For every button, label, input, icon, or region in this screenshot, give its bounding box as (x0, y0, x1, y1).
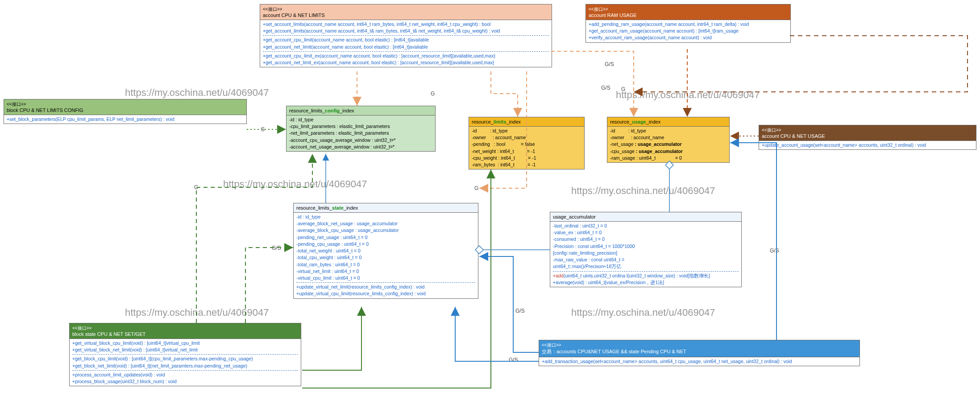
title-mid: state (332, 205, 344, 211)
title: account RAM USAGE (589, 12, 788, 18)
watermark: https://my.oschina.net/u/4069047 (571, 307, 715, 318)
method: +get_virtual_block_net_limit(void) : [ui… (72, 347, 298, 353)
attr: -id : id_type (296, 214, 475, 220)
title-post: _index (646, 119, 660, 124)
attr: -pending_cpu_usage : uint64_t = 0 (296, 241, 475, 248)
watermark: https://my.oschina.net/u/4069047 (125, 87, 269, 99)
title: usage_accumulator (553, 214, 596, 219)
title-post: _index (507, 119, 521, 124)
stereotype: <<接口>> (263, 6, 549, 12)
attr: -account_cpu_usage_average_window : uint… (289, 137, 432, 144)
attr: -consumed : uint64_t = 0 (553, 236, 739, 243)
method: +get_account_limits(account_name account… (263, 28, 549, 34)
title-mid: usage (632, 119, 646, 124)
attr: -owner : account_name (610, 134, 727, 141)
watermark: https://my.oschina.net/u/4069047 (125, 307, 269, 318)
attr: -cpu_weight : int64_t = -1 (472, 155, 581, 161)
class-block-config: <<接口>> block CPU & NET LIMITS CONFIG +se… (4, 99, 247, 124)
attr: -net_limit_parameters : elastic_limit_pa… (289, 130, 432, 136)
title: account CPU & NET USAGE (762, 133, 973, 139)
attr: -average_block_net_usage : usage_accumul… (296, 220, 475, 227)
label-gs: G/S (272, 245, 281, 251)
method: +get_account_net_limit_ex(account_name a… (263, 59, 549, 66)
label-gs: G/S (515, 308, 525, 314)
method: +update_account_usage(set<account_name> … (762, 142, 973, 149)
method: +update_virtual_cpu_limit(resource_limit… (296, 290, 475, 297)
watermark: https://my.oschina.net/u/4069047 (223, 178, 367, 190)
title: block CPU & NET LIMITS CONFIG (7, 107, 244, 113)
attr: -Precision : const uint64_t = 1000*1000 (553, 243, 739, 250)
method: +get_account_ram_usage(account_name acco… (589, 28, 788, 34)
class-config-index: resource_limits_config_index -id : id_ty… (286, 106, 436, 152)
attr: -virtual_cpu_limit : uint64_t = 0 (296, 275, 475, 281)
attr: -id : id_type (289, 116, 432, 123)
label-g: G (621, 86, 625, 92)
class-state-index: resource_limits_state_index -id : id_typ… (293, 203, 478, 299)
attr: -ram_usage : uint64_t = 0 (610, 155, 727, 161)
class-usage-index: resource_usage_index -id : id_type -owne… (607, 117, 730, 163)
title-pre: resource_ (610, 119, 632, 124)
title-mid: config (325, 108, 340, 113)
attr: -id : id_type (472, 128, 581, 134)
stereotype: <<接口>> (7, 101, 244, 107)
class-limits-index: resource_limits_index -id : id_type -own… (469, 117, 585, 169)
method: +update_virtual_net_limit(resource_limit… (296, 284, 475, 290)
title-pre: resource_ (472, 119, 494, 124)
title-post: _index (340, 108, 354, 113)
label-gs: G/S (605, 61, 614, 67)
method: +verify_account_ram_usage(account_name a… (589, 34, 788, 41)
label-gs: G/S (509, 357, 518, 363)
attr: -cpu_limit_parameters : elastic_limit_pa… (289, 123, 432, 130)
class-account-ram-usage: <<接口>> account RAM USAGE +add_pending_ra… (586, 4, 791, 43)
method: +get_account_cpu_limit_ex(account_name a… (263, 53, 549, 59)
attr: -pending_net_usage : uint64_t = 0 (296, 234, 475, 241)
method: +set_block_parameters(ELP cpu_limit_para… (7, 116, 244, 123)
title-pre: resource_limits_ (289, 108, 325, 113)
title-mid: limits (494, 119, 507, 124)
attr: -cpu_usage : usage_accumulator (610, 148, 727, 155)
attr: -account_net_usage_average_window : uint… (289, 144, 432, 150)
attr: -max_raw_value : const uint64_t = (553, 256, 739, 263)
title: account CPU & NET LIMITS (263, 12, 549, 18)
label-s: S (261, 126, 265, 132)
class-usage-accumulator: usage_accumulator -last_ordinal : uint32… (550, 212, 742, 287)
title-pre: resource_limits_ (296, 205, 332, 211)
method: +process_account_limit_updates(void) : v… (72, 372, 298, 378)
label-g: G (194, 184, 198, 190)
method: +set_account_limits(account_name account… (263, 21, 549, 28)
method: +get_account_net_limit(account_name acco… (263, 44, 549, 50)
attr: -owner : account_name (472, 134, 581, 141)
label-gs: G/S (601, 85, 610, 91)
method: +add_transaction_usage(set<account_name>… (542, 358, 857, 365)
attr: uint64_t::max()/Precison≈18万亿 (553, 263, 739, 270)
method: +process_block_usage(uint32_t block_num)… (72, 378, 298, 385)
attr: [config::rate_limiting_precision] (553, 250, 739, 256)
attr: -id : id_type (610, 128, 727, 134)
attr: -last_ordinal : uint32_t = 0 (553, 223, 739, 229)
stereotype: <<接口>> (542, 342, 857, 348)
stereotype: <<接口>> (762, 127, 973, 133)
attr: -net_usage : usage_accumulator (610, 141, 727, 148)
title: 交易：accounts CPU&NET USAGE && state Pendi… (542, 348, 857, 355)
class-transaction: <<接口>> 交易：accounts CPU&NET USAGE && stat… (539, 340, 860, 366)
label-g: G (474, 185, 478, 191)
class-block-state: <<接口>> block state CPU & NET SET/GET +ge… (69, 323, 301, 386)
title: block state CPU & NET SET/GET (72, 331, 298, 337)
watermark: https://my.oschina.net/u/4069047 (616, 89, 760, 101)
attr: -pending : bool = false (472, 141, 581, 148)
class-account-cpu-net-limits: <<接口>> account CPU & NET LIMITS +set_acc… (260, 4, 552, 67)
title-post: _index (344, 205, 358, 211)
method: +add(uint64_t uints,uint32_t ordina l(ui… (553, 273, 739, 279)
stereotype: <<接口>> (72, 325, 298, 331)
attr: -average_block_cpu_usage : usage_accumul… (296, 227, 475, 234)
attr: -virtual_net_limit : uint64_t = 0 (296, 268, 475, 275)
attr: -ram_bytes : int64_t = -1 (472, 161, 581, 168)
attr: -value_ex : uint64_t = 0 (553, 229, 739, 236)
attr: -net_weight : int64_t = -1 (472, 148, 581, 155)
class-cpu-net-usage: <<接口>> account CPU & NET USAGE +update_a… (759, 125, 976, 150)
stereotype: <<接口>> (589, 6, 788, 12)
method: +add_pending_ram_usage(account_name acco… (589, 21, 788, 28)
method: +get_account_cpu_limit(account_name acco… (263, 37, 549, 43)
label-gs: G/S (770, 248, 779, 254)
method: +get_block_net_limit(void) : [uint64_t](… (72, 363, 298, 369)
